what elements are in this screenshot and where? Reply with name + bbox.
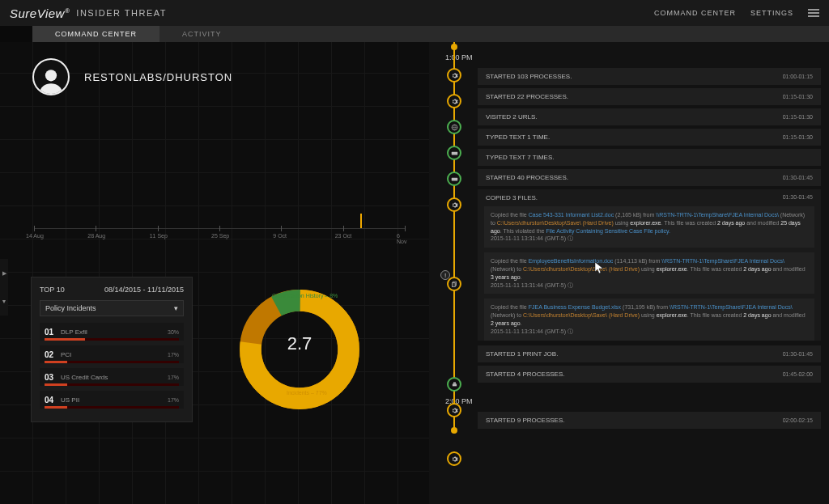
app-logo: SureView® [10,6,70,20]
timeline-event[interactable]: STARTED 103 PROCESSES.01:00-01:15 [478,68,821,85]
top10-dropdown[interactable]: Policy Incidents ▾ [40,300,184,316]
svg-rect-9 [452,383,456,386]
timeline-tick-label: 6 Nov [397,233,406,244]
tab-command-center[interactable]: COMMAND CENTER [32,26,159,42]
event-text: STARTED 103 PROCESSES. [486,73,572,80]
gear-icon[interactable] [447,68,461,83]
top10-name: US Credit Cards [61,374,168,381]
nav-settings[interactable]: SETTINGS [750,9,793,17]
gear-icon[interactable] [447,94,461,108]
timeline-event[interactable]: STARTED 40 PROCESSES.01:30-01:45 [478,169,821,186]
menu-icon[interactable] [808,7,819,19]
gear-icon[interactable] [447,451,461,466]
top10-pct: 17% [168,397,179,403]
event-time: 01:15-01:30 [783,114,813,120]
top10-pct: 17% [168,352,179,358]
detail-item[interactable]: Copied the file Case 543-331 Informant L… [484,206,814,248]
donut-label-incidents: Incidents – 77% [287,390,327,396]
side-expand-handle[interactable]: ▶▼ [0,259,8,316]
timeline-event[interactable]: TYPED TEXT 1 TIME.01:15-01:30 [478,129,821,146]
event-time: 01:30-01:45 [783,351,813,357]
keyboard-icon[interactable] [447,172,461,186]
svg-rect-8 [452,282,455,286]
top10-name: PCI [61,351,168,358]
globe-icon[interactable] [447,120,461,134]
gear-icon[interactable] [447,403,461,417]
top10-rank: 04 [45,396,61,404]
svg-rect-5 [451,151,457,155]
event-time: 01:15-01:30 [783,94,813,100]
timeline-event[interactable]: TYPED TEXT 7 TIMES. [478,149,821,166]
svg-point-0 [45,70,57,81]
chevron-down-icon: ▾ [174,304,178,312]
copy-icon[interactable] [447,277,461,291]
top10-rank: 03 [45,373,61,382]
donut-center-value: 2.7 [235,333,364,354]
event-text: STARTED 22 PROCESSES. [486,93,568,100]
top10-rank: 01 [45,328,61,337]
avatar [32,58,70,95]
top10-name: US PII [61,396,168,404]
event-text: TYPED TEXT 1 TIME. [486,133,550,141]
event-time: 01:00-01:15 [783,74,813,79]
timeline-tick-label: 28 Aug [87,233,105,239]
event-time: 01:30-01:45 [783,175,813,180]
event-time: 01:15-01:30 [783,134,813,140]
top10-rank: 02 [45,350,61,359]
timeline-tick-label: 14 Aug [26,233,44,239]
top10-panel: TOP 10 08/14/2015 - 11/11/2015 Policy In… [31,277,193,422]
print-icon[interactable] [447,377,461,392]
top10-row[interactable]: 02 PCI 17% [40,345,184,363]
timeline-tick-label: 9 Oct [273,233,287,239]
tab-activity[interactable]: ACTIVITY [159,26,244,42]
nav-command-center[interactable]: COMMAND CENTER [654,9,736,17]
event-text: STARTED 9 PROCESSES. [486,417,565,424]
top10-pct: 30% [168,329,179,335]
time-section-header: 2:00 PM [445,391,829,409]
top10-pct: 17% [168,375,179,380]
donut-label-org-history: Organization History – 8% [272,293,338,299]
svg-rect-6 [451,177,457,180]
user-name: RESTONLABS/DHURSTON [84,71,232,83]
top10-row[interactable]: 04 US PII 17% [40,391,184,409]
alert-icon[interactable]: ! [440,270,450,280]
top10-name: DLP Exfil [61,328,168,336]
svg-rect-10 [453,382,456,383]
timeline-detail-block: COPIED 3 FILES.01:30-01:45 Copied the fi… [478,189,821,341]
gear-icon[interactable] [447,197,461,212]
timeline-event[interactable]: VISITED 2 URLS.01:15-01:30 [478,108,821,125]
event-text: TYPED TEXT 7 TIMES. [486,154,554,161]
event-text: VISITED 2 URLS. [486,113,538,121]
event-text: STARTED 1 PRINT JOB. [486,350,558,358]
time-section-header: 1:00 PM [445,47,829,65]
event-text: STARTED 40 PROCESSES. [486,174,568,181]
top10-row[interactable]: 03 US Credit Cards 17% [40,368,184,386]
timeline-event[interactable]: STARTED 9 PROCESSES.02:00-02:15 [478,412,821,429]
event-text: STARTED 4 PROCESSES. [486,371,565,378]
top10-range: 08/14/2015 - 11/11/2015 [104,286,184,294]
top10-title: TOP 10 [40,286,65,294]
top10-row[interactable]: 01 DLP Exfil 30% [40,323,184,341]
mini-timeline[interactable]: 14 Aug28 Aug11 Sep25 Sep9 Oct23 Oct6 Nov [34,228,405,244]
event-time: 02:00-02:15 [783,417,813,423]
detail-item[interactable]: Copied the file FJEA Business Expense Bu… [484,299,814,340]
timeline-tick-label: 11 Sep [150,233,168,239]
risk-donut-chart[interactable]: 2.7 Organization History – 8% Incidents … [235,285,364,417]
event-time: 01:45-02:00 [783,371,813,377]
timeline-event[interactable]: STARTED 1 PRINT JOB.01:30-01:45 [478,345,821,362]
detail-item[interactable]: Copied the file EmployeeBenefitsInformat… [484,252,814,294]
keyboard-icon[interactable] [447,146,461,160]
event-time: 01:30-01:45 [783,194,813,201]
timeline-tick-label: 23 Oct [335,233,352,239]
app-subtitle: INSIDER THREAT [76,8,167,18]
timeline-event[interactable]: STARTED 22 PROCESSES.01:15-01:30 [478,88,821,105]
detail-header: COPIED 3 FILES. [486,194,538,201]
timeline-event[interactable]: STARTED 4 PROCESSES.01:45-02:00 [478,366,821,383]
timeline-tick-label: 25 Sep [211,233,229,239]
